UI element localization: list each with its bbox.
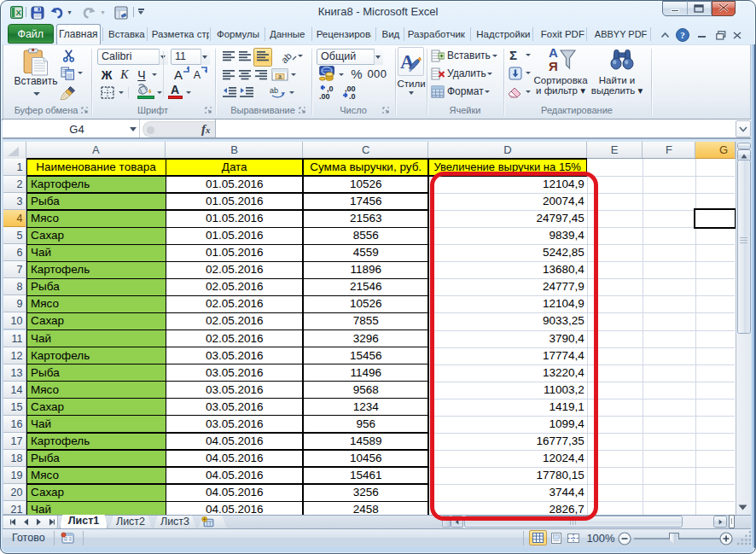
svg-text:,0: ,0 bbox=[349, 92, 356, 100]
svg-text:?: ? bbox=[680, 30, 685, 40]
svg-text:А: А bbox=[549, 46, 558, 60]
svg-text:Я: Я bbox=[549, 59, 558, 72]
svg-text:ab: ab bbox=[270, 86, 278, 95]
svg-text:,00: ,00 bbox=[319, 92, 330, 100]
svg-text:a: a bbox=[278, 73, 282, 79]
svg-text:X: X bbox=[15, 8, 21, 17]
svg-text:ab: ab bbox=[282, 50, 294, 64]
